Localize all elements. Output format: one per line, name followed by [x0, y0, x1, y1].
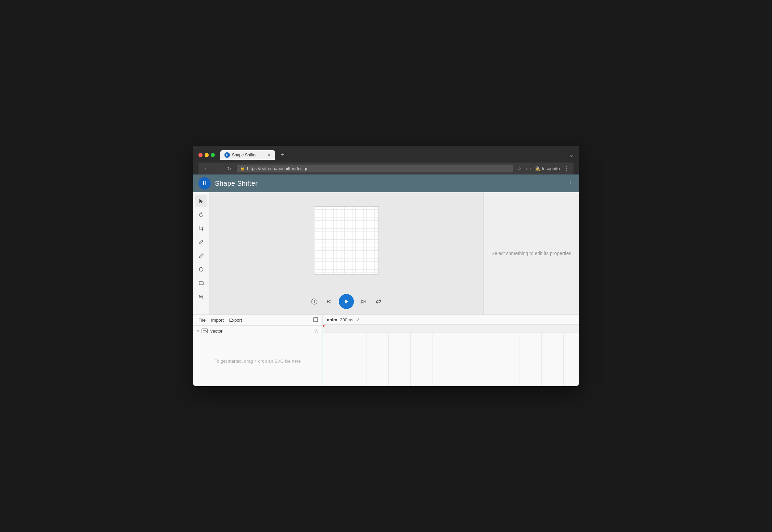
svg-point-1 — [199, 268, 203, 271]
rotate-tool-button[interactable] — [195, 209, 207, 221]
vector-layer-name: vector — [210, 328, 222, 334]
crop-tool-button[interactable] — [195, 222, 207, 235]
bookmark-icon[interactable]: ☆ — [517, 165, 522, 172]
tab-close-button[interactable]: ✕ — [267, 153, 271, 157]
lock-icon: 🔒 — [240, 166, 245, 171]
file-menu-item[interactable]: File — [197, 317, 207, 323]
layer-panel: File Import Export ▾ — [193, 315, 323, 386]
forward-button[interactable]: → — [214, 165, 222, 172]
svg-line-0 — [202, 254, 203, 255]
anim-duration: 300ms — [340, 317, 353, 322]
traffic-lights — [198, 153, 215, 157]
select-tool-button[interactable] — [195, 195, 207, 207]
new-tab-button[interactable]: + — [278, 150, 287, 160]
incognito-badge: 🕵 Incognito — [535, 166, 560, 171]
timeline-header: anim 300ms ⤢ — [323, 315, 579, 325]
rectangle-tool-button[interactable] — [195, 277, 207, 289]
app-logo: H — [198, 177, 211, 190]
layer-visibility-button[interactable]: ◎ — [314, 328, 318, 334]
active-tab[interactable]: H Shape Shifter ✕ — [220, 150, 275, 160]
canvas-area — [209, 192, 483, 314]
toolbar — [193, 192, 209, 314]
timeline-panel: anim 300ms ⤢ 0 — [323, 315, 579, 386]
svg-rect-2 — [199, 282, 203, 285]
browser-window: H Shape Shifter ✕ + ⌄ ← → ↻ 🔒 https://be… — [193, 146, 579, 386]
incognito-icon: 🕵 — [535, 166, 540, 171]
zoom-tool-button[interactable] — [195, 291, 207, 303]
reload-button[interactable]: ↻ — [226, 165, 233, 172]
export-menu-item[interactable]: Export — [228, 317, 244, 323]
browser-addressbar: ← → ↻ 🔒 https://beta.shapeshifter.design… — [198, 163, 574, 174]
tab-title: Shape Shifter — [232, 153, 257, 157]
grid-lines — [314, 207, 378, 274]
url-text: https://beta.shapeshifter.design — [247, 166, 308, 171]
browser-titlebar: H Shape Shifter ✕ + ⌄ ← → ↻ 🔒 https://be… — [193, 146, 579, 174]
repeat-button[interactable] — [373, 296, 384, 307]
timeline-ruler: 0 0.025s 0.05s 0.075s — [323, 325, 579, 333]
close-window-button[interactable] — [198, 153, 203, 157]
tab-favicon: H — [224, 152, 230, 158]
ellipse-tool-button[interactable] — [195, 263, 207, 276]
address-actions: ☆ ▭ 🕵 Incognito ⋮ — [517, 165, 569, 172]
anim-label: anim — [327, 317, 337, 322]
minimize-window-button[interactable] — [205, 153, 209, 157]
playback-controls — [309, 289, 384, 314]
timeline-expand-button[interactable]: ⤢ — [356, 317, 360, 322]
layer-toolbar: File Import Export — [193, 315, 322, 326]
browser-tabs-row: H Shape Shifter ✕ + ⌄ — [198, 150, 574, 160]
layer-type-icon — [202, 328, 208, 334]
back-button[interactable]: ← — [203, 165, 210, 172]
tab-search-icon[interactable]: ▭ — [526, 165, 531, 172]
layer-expand-icon[interactable]: ▾ — [197, 329, 199, 333]
properties-panel: Select something to edit its properties — [483, 192, 579, 314]
address-bar[interactable]: 🔒 https://beta.shapeshifter.design — [237, 165, 513, 172]
timeline-grid-lines — [323, 333, 579, 386]
logo-letter: H — [203, 180, 207, 186]
app-main: Select something to edit its properties — [193, 192, 579, 314]
bottom-panel: File Import Export ▾ — [193, 314, 579, 386]
svg-rect-8 — [314, 318, 318, 322]
skip-forward-button[interactable] — [358, 296, 369, 307]
pencil-tool-button[interactable] — [195, 250, 207, 262]
app-container: H Shape Shifter ⋮ — [193, 174, 579, 386]
play-button[interactable] — [339, 294, 354, 309]
vector-layer-item[interactable]: ▾ vector ◎ — [193, 326, 322, 336]
grid-canvas[interactable] — [314, 206, 379, 275]
browser-menu-icon[interactable]: ⋮ — [564, 165, 569, 172]
timeline-content[interactable] — [323, 333, 579, 386]
skip-back-button[interactable] — [324, 296, 335, 307]
app-header: H Shape Shifter ⋮ — [193, 174, 579, 192]
pen-tool-button[interactable] — [195, 236, 207, 248]
import-menu-item[interactable]: Import — [210, 317, 225, 323]
app-title: Shape Shifter — [215, 180, 567, 187]
maximize-window-button[interactable] — [211, 153, 215, 157]
incognito-label: Incognito — [542, 166, 560, 171]
tab-expand-button[interactable]: ⌄ — [569, 152, 574, 158]
properties-placeholder: Select something to edit its properties — [492, 251, 571, 256]
layer-drop-hint: To get started, drag + drop an SVG file … — [193, 336, 322, 386]
canvas-content — [209, 192, 483, 289]
layer-action-button[interactable] — [313, 317, 318, 323]
slow-motion-button[interactable] — [309, 296, 320, 307]
header-menu-button[interactable]: ⋮ — [567, 179, 574, 187]
svg-line-4 — [202, 298, 203, 299]
timeline-playhead-line — [323, 333, 323, 386]
